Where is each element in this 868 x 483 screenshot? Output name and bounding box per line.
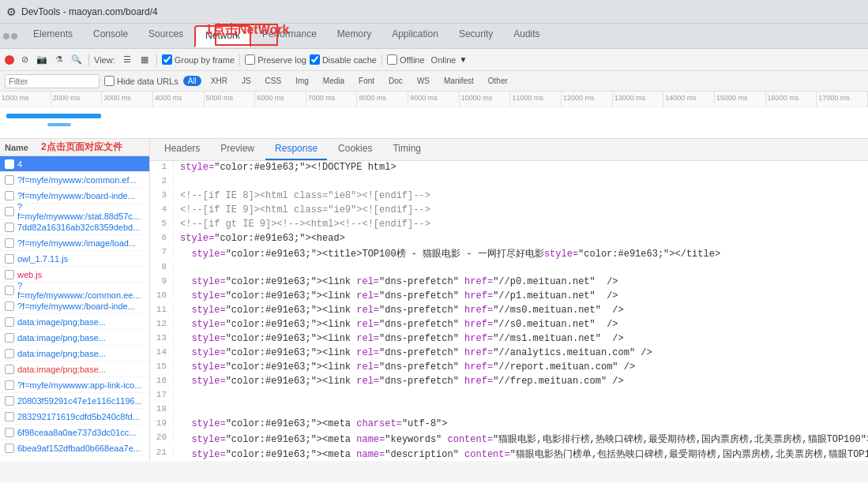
- file-item-4[interactable]: 4: [0, 156, 149, 172]
- file-item-board-inde2[interactable]: ?f=myfe/mywww:/board-inde...: [0, 298, 149, 314]
- line-number: 18: [150, 403, 174, 414]
- filter-all[interactable]: All: [183, 76, 201, 86]
- file-name: ?f=myfe/mywww:/common.ef...: [17, 175, 137, 185]
- file-checkbox[interactable]: [5, 333, 14, 343]
- file-checkbox[interactable]: [5, 254, 14, 264]
- file-name: ?f=myfe/mywwww:/common.ee...: [17, 281, 145, 300]
- tab-response[interactable]: Response: [265, 140, 327, 160]
- timeline-tick: 6000 ms: [255, 92, 306, 107]
- filter-doc[interactable]: Doc: [384, 76, 408, 86]
- file-checkbox[interactable]: [5, 349, 14, 358]
- file-checkbox[interactable]: [5, 317, 14, 327]
- file-checkbox[interactable]: [5, 396, 14, 406]
- tab-console[interactable]: Console: [84, 25, 137, 47]
- camera-button[interactable]: 📷: [35, 53, 49, 67]
- file-checkbox[interactable]: [5, 223, 14, 232]
- line-content: style="color:#e91e63;"><link rel="dns-pr…: [174, 332, 627, 345]
- file-checkbox[interactable]: [5, 444, 14, 453]
- file-item-common.ef[interactable]: ?f=myfe/mywww:/common.ef...: [0, 172, 149, 188]
- file-item-owl[interactable]: owl_1.7.11.js: [0, 251, 149, 267]
- group-by-frame-checkbox[interactable]: [162, 54, 172, 65]
- filter-ws[interactable]: WS: [412, 76, 434, 86]
- file-checkbox[interactable]: [5, 301, 14, 311]
- file-checkbox[interactable]: [5, 175, 14, 185]
- file-item-png1[interactable]: data:image/png;base...: [0, 314, 149, 330]
- file-item-png3[interactable]: data:image/png;base...: [0, 346, 149, 361]
- file-item-7dd82a[interactable]: 7dd82a16316ab32c8359debd...: [0, 219, 149, 235]
- line-content: style="color:#e91e63;"><meta charset="ut…: [174, 417, 450, 430]
- timeline-tick: 12000 ms: [562, 92, 613, 107]
- file-checkbox[interactable]: [5, 159, 14, 169]
- file-item-283292[interactable]: 283292171619cdfd5b240c8fd...: [0, 409, 149, 425]
- file-checkbox[interactable]: [5, 191, 14, 200]
- filter-css[interactable]: CSS: [261, 76, 287, 86]
- filter-font[interactable]: Font: [354, 76, 379, 86]
- line-content: [174, 403, 183, 405]
- search-button[interactable]: 🔍: [70, 53, 84, 67]
- code-line: 4<!--[if IE 9]><html class="ie9"><![endi…: [150, 204, 868, 218]
- filter-bar: Hide data URLs All XHR JS CSS Img Media …: [0, 71, 868, 92]
- timeline-ruler: 1000 ms2000 ms3000 ms4000 ms5000 ms6000 …: [0, 92, 868, 107]
- file-item-png4[interactable]: data:image/png;base...: [0, 361, 149, 377]
- tab-elements[interactable]: Elements: [24, 25, 82, 47]
- tab-preview[interactable]: Preview: [211, 140, 264, 160]
- filter-img[interactable]: Img: [291, 76, 314, 86]
- offline-checkbox[interactable]: [387, 54, 397, 65]
- file-item-6bea[interactable]: 6bea9af152dfbad0b668eaa7e...: [0, 440, 149, 456]
- tab-sources[interactable]: Sources: [139, 25, 193, 47]
- clear-button[interactable]: ⊘: [17, 53, 32, 67]
- line-content: style="color:#e91e63;"><meta name="keywo…: [174, 432, 868, 447]
- preserve-log-checkbox[interactable]: [245, 54, 255, 65]
- file-checkbox[interactable]: [5, 412, 14, 421]
- timeline-tick: 1000 ms: [0, 92, 51, 107]
- file-checkbox[interactable]: [5, 428, 14, 437]
- dropdown-icon[interactable]: ▼: [459, 55, 467, 64]
- view-grid-btn[interactable]: ▦: [137, 53, 152, 67]
- tab-application[interactable]: Application: [382, 25, 448, 47]
- file-item-6f98[interactable]: 6f98ceaa8a0ae737d3dc01cc...: [0, 425, 149, 440]
- tab-memory[interactable]: Memory: [328, 25, 381, 47]
- filter-media[interactable]: Media: [318, 76, 349, 86]
- tab-network[interactable]: Network: [194, 25, 251, 47]
- file-checkbox[interactable]: [5, 238, 14, 248]
- view-label: View:: [94, 55, 115, 65]
- disable-cache-checkbox[interactable]: [310, 54, 320, 65]
- file-checkbox[interactable]: [5, 365, 14, 374]
- filter-js[interactable]: JS: [237, 76, 256, 86]
- file-item-app-link[interactable]: ?f=myfe/mywwww:app-link-ico...: [0, 377, 149, 393]
- record-button[interactable]: [5, 55, 14, 65]
- tab-cookies[interactable]: Cookies: [329, 140, 381, 160]
- file-checkbox[interactable]: [5, 286, 14, 295]
- toolbar-sep3: [239, 54, 240, 66]
- line-content: [174, 261, 183, 263]
- tab-audits[interactable]: Audits: [504, 25, 549, 47]
- line-number: 21: [150, 447, 174, 457]
- tab-timing[interactable]: Timing: [383, 140, 430, 160]
- file-name: owl_1.7.11.js: [17, 254, 68, 264]
- tab-headers[interactable]: Headers: [155, 140, 209, 160]
- hide-data-urls-checkbox[interactable]: [104, 76, 115, 86]
- file-item-20803f[interactable]: 20803f59291c47e1e116c1196...: [0, 393, 149, 409]
- tab-performance[interactable]: Performance: [253, 25, 326, 47]
- filter-other[interactable]: Other: [483, 76, 513, 86]
- code-line: 14 style="color:#e91e63;"><link rel="dns…: [150, 346, 868, 361]
- file-checkbox[interactable]: [5, 270, 14, 279]
- panel-tabs: Headers Preview Response Cookies Timing: [150, 139, 868, 161]
- file-item-image-load[interactable]: ?f=myfe/mywww:/image/load...: [0, 235, 149, 251]
- file-checkbox[interactable]: [5, 380, 14, 390]
- timeline-tick: 5000 ms: [205, 92, 256, 107]
- code-line: 19 style="color:#e91e63;"><meta charset=…: [150, 417, 868, 432]
- file-item-png2[interactable]: data:image/png;base...: [0, 330, 149, 346]
- filter-xhr[interactable]: XHR: [206, 76, 232, 86]
- file-item-stat[interactable]: ?f=myfe/mywwww:/stat.88d57c...: [0, 204, 149, 219]
- filter-button[interactable]: ⚗: [52, 53, 66, 67]
- filter-manifest[interactable]: Manifest: [439, 76, 479, 86]
- code-line: 5<!--[if gt IE 9]><!--><html><!--<![endi…: [150, 218, 868, 232]
- file-name: data:image/png;base...: [17, 349, 106, 358]
- file-checkbox[interactable]: [5, 207, 14, 216]
- filter-input[interactable]: [5, 74, 100, 88]
- code-line: 1style="color:#e91e63;"><!DOCTYPE html>: [150, 161, 868, 175]
- file-item-common.ee[interactable]: ?f=myfe/mywwww:/common.ee...: [0, 283, 149, 298]
- view-list-btn[interactable]: ☰: [120, 53, 134, 67]
- tab-security[interactable]: Security: [449, 25, 502, 47]
